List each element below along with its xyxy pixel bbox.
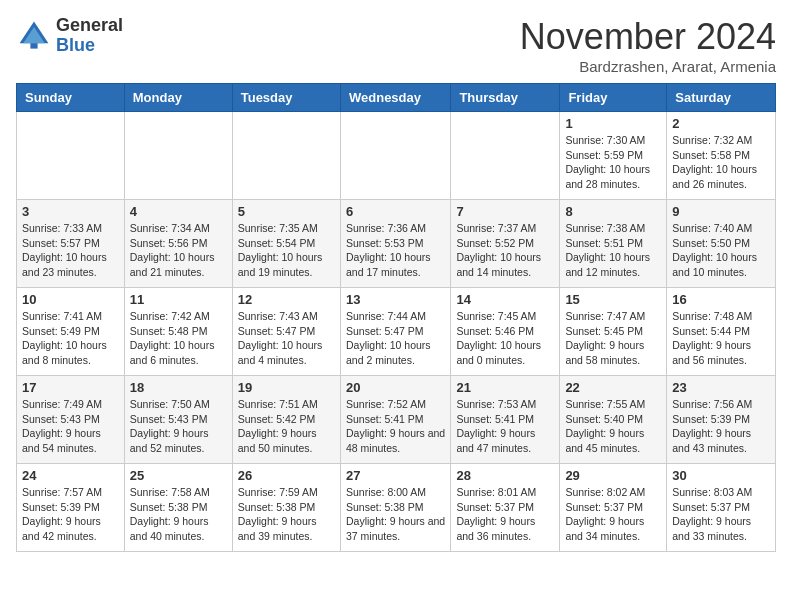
day-info: Sunrise: 7:32 AM Sunset: 5:58 PM Dayligh… bbox=[672, 133, 770, 192]
calendar-week-2: 3Sunrise: 7:33 AM Sunset: 5:57 PM Daylig… bbox=[17, 200, 776, 288]
day-info: Sunrise: 7:48 AM Sunset: 5:44 PM Dayligh… bbox=[672, 309, 770, 368]
calendar-cell: 26Sunrise: 7:59 AM Sunset: 5:38 PM Dayli… bbox=[232, 464, 340, 552]
calendar-week-1: 1Sunrise: 7:30 AM Sunset: 5:59 PM Daylig… bbox=[17, 112, 776, 200]
day-number: 7 bbox=[456, 204, 554, 219]
day-number: 19 bbox=[238, 380, 335, 395]
logo-text: General Blue bbox=[56, 16, 123, 56]
calendar-cell: 24Sunrise: 7:57 AM Sunset: 5:39 PM Dayli… bbox=[17, 464, 125, 552]
page-header: General Blue November 2024 Bardzrashen, … bbox=[16, 16, 776, 75]
calendar-cell: 3Sunrise: 7:33 AM Sunset: 5:57 PM Daylig… bbox=[17, 200, 125, 288]
calendar-body: 1Sunrise: 7:30 AM Sunset: 5:59 PM Daylig… bbox=[17, 112, 776, 552]
day-number: 21 bbox=[456, 380, 554, 395]
calendar-cell: 22Sunrise: 7:55 AM Sunset: 5:40 PM Dayli… bbox=[560, 376, 667, 464]
calendar-cell bbox=[124, 112, 232, 200]
logo-blue: Blue bbox=[56, 36, 123, 56]
calendar-cell: 30Sunrise: 8:03 AM Sunset: 5:37 PM Dayli… bbox=[667, 464, 776, 552]
day-header-saturday: Saturday bbox=[667, 84, 776, 112]
day-info: Sunrise: 8:02 AM Sunset: 5:37 PM Dayligh… bbox=[565, 485, 661, 544]
day-number: 17 bbox=[22, 380, 119, 395]
day-number: 8 bbox=[565, 204, 661, 219]
day-header-wednesday: Wednesday bbox=[340, 84, 450, 112]
day-number: 16 bbox=[672, 292, 770, 307]
day-info: Sunrise: 7:51 AM Sunset: 5:42 PM Dayligh… bbox=[238, 397, 335, 456]
day-number: 26 bbox=[238, 468, 335, 483]
calendar-week-5: 24Sunrise: 7:57 AM Sunset: 5:39 PM Dayli… bbox=[17, 464, 776, 552]
day-info: Sunrise: 7:55 AM Sunset: 5:40 PM Dayligh… bbox=[565, 397, 661, 456]
day-number: 14 bbox=[456, 292, 554, 307]
calendar-cell: 11Sunrise: 7:42 AM Sunset: 5:48 PM Dayli… bbox=[124, 288, 232, 376]
day-number: 1 bbox=[565, 116, 661, 131]
calendar-cell: 8Sunrise: 7:38 AM Sunset: 5:51 PM Daylig… bbox=[560, 200, 667, 288]
day-number: 10 bbox=[22, 292, 119, 307]
logo-general: General bbox=[56, 16, 123, 36]
day-info: Sunrise: 7:50 AM Sunset: 5:43 PM Dayligh… bbox=[130, 397, 227, 456]
day-info: Sunrise: 7:38 AM Sunset: 5:51 PM Dayligh… bbox=[565, 221, 661, 280]
header-row: SundayMondayTuesdayWednesdayThursdayFrid… bbox=[17, 84, 776, 112]
day-number: 18 bbox=[130, 380, 227, 395]
day-number: 29 bbox=[565, 468, 661, 483]
day-info: Sunrise: 7:57 AM Sunset: 5:39 PM Dayligh… bbox=[22, 485, 119, 544]
calendar-cell: 10Sunrise: 7:41 AM Sunset: 5:49 PM Dayli… bbox=[17, 288, 125, 376]
day-info: Sunrise: 7:44 AM Sunset: 5:47 PM Dayligh… bbox=[346, 309, 445, 368]
calendar-cell: 23Sunrise: 7:56 AM Sunset: 5:39 PM Dayli… bbox=[667, 376, 776, 464]
calendar-cell: 29Sunrise: 8:02 AM Sunset: 5:37 PM Dayli… bbox=[560, 464, 667, 552]
day-number: 23 bbox=[672, 380, 770, 395]
calendar-cell: 27Sunrise: 8:00 AM Sunset: 5:38 PM Dayli… bbox=[340, 464, 450, 552]
day-header-sunday: Sunday bbox=[17, 84, 125, 112]
calendar-cell: 19Sunrise: 7:51 AM Sunset: 5:42 PM Dayli… bbox=[232, 376, 340, 464]
day-info: Sunrise: 8:03 AM Sunset: 5:37 PM Dayligh… bbox=[672, 485, 770, 544]
day-info: Sunrise: 7:42 AM Sunset: 5:48 PM Dayligh… bbox=[130, 309, 227, 368]
day-number: 13 bbox=[346, 292, 445, 307]
calendar-cell: 18Sunrise: 7:50 AM Sunset: 5:43 PM Dayli… bbox=[124, 376, 232, 464]
calendar-cell bbox=[232, 112, 340, 200]
day-info: Sunrise: 7:58 AM Sunset: 5:38 PM Dayligh… bbox=[130, 485, 227, 544]
location-subtitle: Bardzrashen, Ararat, Armenia bbox=[520, 58, 776, 75]
calendar-cell: 16Sunrise: 7:48 AM Sunset: 5:44 PM Dayli… bbox=[667, 288, 776, 376]
calendar-cell: 21Sunrise: 7:53 AM Sunset: 5:41 PM Dayli… bbox=[451, 376, 560, 464]
day-info: Sunrise: 7:56 AM Sunset: 5:39 PM Dayligh… bbox=[672, 397, 770, 456]
day-header-thursday: Thursday bbox=[451, 84, 560, 112]
day-number: 5 bbox=[238, 204, 335, 219]
calendar-cell: 7Sunrise: 7:37 AM Sunset: 5:52 PM Daylig… bbox=[451, 200, 560, 288]
calendar-week-4: 17Sunrise: 7:49 AM Sunset: 5:43 PM Dayli… bbox=[17, 376, 776, 464]
day-info: Sunrise: 7:35 AM Sunset: 5:54 PM Dayligh… bbox=[238, 221, 335, 280]
day-number: 15 bbox=[565, 292, 661, 307]
day-number: 9 bbox=[672, 204, 770, 219]
calendar-cell: 6Sunrise: 7:36 AM Sunset: 5:53 PM Daylig… bbox=[340, 200, 450, 288]
day-info: Sunrise: 7:33 AM Sunset: 5:57 PM Dayligh… bbox=[22, 221, 119, 280]
day-number: 25 bbox=[130, 468, 227, 483]
calendar-cell: 9Sunrise: 7:40 AM Sunset: 5:50 PM Daylig… bbox=[667, 200, 776, 288]
day-info: Sunrise: 7:49 AM Sunset: 5:43 PM Dayligh… bbox=[22, 397, 119, 456]
day-number: 11 bbox=[130, 292, 227, 307]
day-number: 30 bbox=[672, 468, 770, 483]
svg-rect-2 bbox=[30, 43, 37, 48]
day-info: Sunrise: 7:47 AM Sunset: 5:45 PM Dayligh… bbox=[565, 309, 661, 368]
calendar-cell: 25Sunrise: 7:58 AM Sunset: 5:38 PM Dayli… bbox=[124, 464, 232, 552]
day-info: Sunrise: 7:40 AM Sunset: 5:50 PM Dayligh… bbox=[672, 221, 770, 280]
day-info: Sunrise: 7:34 AM Sunset: 5:56 PM Dayligh… bbox=[130, 221, 227, 280]
calendar-cell: 17Sunrise: 7:49 AM Sunset: 5:43 PM Dayli… bbox=[17, 376, 125, 464]
day-number: 22 bbox=[565, 380, 661, 395]
day-info: Sunrise: 7:30 AM Sunset: 5:59 PM Dayligh… bbox=[565, 133, 661, 192]
calendar-cell: 13Sunrise: 7:44 AM Sunset: 5:47 PM Dayli… bbox=[340, 288, 450, 376]
day-info: Sunrise: 7:52 AM Sunset: 5:41 PM Dayligh… bbox=[346, 397, 445, 456]
day-info: Sunrise: 7:36 AM Sunset: 5:53 PM Dayligh… bbox=[346, 221, 445, 280]
logo-icon bbox=[16, 18, 52, 54]
day-number: 28 bbox=[456, 468, 554, 483]
calendar-table: SundayMondayTuesdayWednesdayThursdayFrid… bbox=[16, 83, 776, 552]
day-number: 20 bbox=[346, 380, 445, 395]
calendar-cell: 5Sunrise: 7:35 AM Sunset: 5:54 PM Daylig… bbox=[232, 200, 340, 288]
title-area: November 2024 Bardzrashen, Ararat, Armen… bbox=[520, 16, 776, 75]
calendar-cell: 15Sunrise: 7:47 AM Sunset: 5:45 PM Dayli… bbox=[560, 288, 667, 376]
day-number: 27 bbox=[346, 468, 445, 483]
logo: General Blue bbox=[16, 16, 123, 56]
month-title: November 2024 bbox=[520, 16, 776, 58]
day-header-friday: Friday bbox=[560, 84, 667, 112]
day-info: Sunrise: 7:41 AM Sunset: 5:49 PM Dayligh… bbox=[22, 309, 119, 368]
day-number: 12 bbox=[238, 292, 335, 307]
day-number: 2 bbox=[672, 116, 770, 131]
calendar-cell: 28Sunrise: 8:01 AM Sunset: 5:37 PM Dayli… bbox=[451, 464, 560, 552]
calendar-cell bbox=[451, 112, 560, 200]
day-info: Sunrise: 7:45 AM Sunset: 5:46 PM Dayligh… bbox=[456, 309, 554, 368]
calendar-cell: 4Sunrise: 7:34 AM Sunset: 5:56 PM Daylig… bbox=[124, 200, 232, 288]
